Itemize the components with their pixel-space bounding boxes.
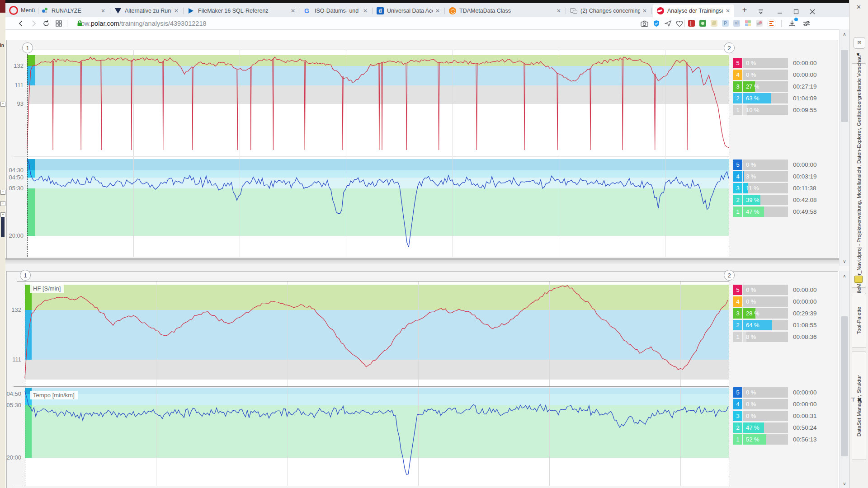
zone-bar-track: 3 % xyxy=(743,171,788,182)
tab-6[interactable]: TDAMetaData Class✕ xyxy=(445,5,565,17)
zone-percent-label: 27 % xyxy=(746,81,760,92)
tab-8[interactable]: Analyse der Trainingseinhe✕ xyxy=(653,5,734,17)
zone-number-badge: 4 xyxy=(733,296,742,307)
zone-number-badge: 1 xyxy=(733,105,742,115)
range-marker-start[interactable]: 1 xyxy=(20,270,31,281)
tab-close-icon[interactable]: ✕ xyxy=(435,8,440,14)
range-marker-start[interactable]: 1 xyxy=(22,42,33,53)
maximize-button[interactable] xyxy=(789,7,803,17)
tab-menu-chevron-icon[interactable] xyxy=(754,7,768,17)
zone-percent-label: 47 % xyxy=(746,206,760,217)
ide-close-icon[interactable]: ✕ xyxy=(856,4,861,10)
zone-bar-fill xyxy=(743,171,744,182)
zone-bar-track: 0 % xyxy=(743,285,788,295)
tab-title: ISO-Datums- und Zeitform xyxy=(315,8,360,14)
tab-7[interactable]: (2) Changes concerning the✕ xyxy=(566,5,651,17)
url-text[interactable]: flow.polar.com/training/analysis/4393012… xyxy=(78,20,207,27)
ide-vertical-tab-1[interactable]: FileMaker_Navi.dproj - Projektverwaltung… xyxy=(852,63,866,288)
tab-5[interactable]: dUniversal Data Access Com✕ xyxy=(373,5,444,17)
zone-bar-track: 39 % xyxy=(743,195,788,205)
tab-close-icon[interactable]: ✕ xyxy=(557,8,561,14)
ext-feather-icon[interactable] xyxy=(711,20,717,27)
browser-menu-button[interactable]: Menü xyxy=(9,5,35,16)
zone-row: 152 %00:56:13 xyxy=(733,434,837,445)
zone-time-label: 00:00:00 xyxy=(793,296,817,307)
zone-time-label: 00:00:00 xyxy=(793,70,817,80)
zone-number-badge: 3 xyxy=(733,81,742,92)
download-badge xyxy=(794,18,798,21)
zone-time-label: 01:04:09 xyxy=(793,93,817,103)
range-marker-end[interactable]: 2 xyxy=(724,270,735,281)
scroll-down-icon[interactable]: ∨ xyxy=(840,257,849,266)
tab-2[interactable]: Alternative zu Runtastic - F✕ xyxy=(110,5,183,17)
ext-blue-square-icon[interactable]: xl xyxy=(733,20,740,27)
tab-1[interactable]: RUNALYZE✕ xyxy=(37,5,109,17)
y-tick-label: 04:50 xyxy=(0,390,21,397)
menu-label: Menü xyxy=(21,7,35,14)
reload-icon[interactable] xyxy=(41,19,52,28)
tab-close-icon[interactable]: ✕ xyxy=(363,8,368,14)
tab-close-icon[interactable]: ✕ xyxy=(101,8,105,14)
panel-gap xyxy=(5,264,839,271)
y-tick-label: 111 xyxy=(0,82,24,89)
zone-number-badge: 5 xyxy=(733,387,742,398)
scroll-thumb[interactable] xyxy=(841,50,848,122)
screen: ++++in MenüRUNALYZE✕Alternative zu Runta… xyxy=(0,0,868,488)
ide-pin-icon[interactable]: ⊤ xyxy=(851,397,855,403)
selection-dashed-line xyxy=(25,281,25,486)
zone-row: 247 %00:50:24 xyxy=(733,422,837,433)
ext-eraser-icon[interactable] xyxy=(756,20,763,27)
zone-percent-label: 64 % xyxy=(746,320,760,330)
heart-icon[interactable] xyxy=(674,19,685,28)
panel-horizontal-scrollbar[interactable] xyxy=(5,258,839,264)
tab-4[interactable]: GISO-Datums- und Zeitform✕ xyxy=(300,5,372,17)
tree-expander-icon[interactable]: + xyxy=(0,201,5,206)
settings-sliders-icon[interactable] xyxy=(801,19,812,28)
zone-percent-label: 63 % xyxy=(746,93,760,103)
zone-row: 50 %00:00:00 xyxy=(733,160,837,170)
minimize-button[interactable] xyxy=(773,7,787,17)
new-tab-button[interactable]: + xyxy=(739,5,750,16)
tab-close-icon[interactable]: ✕ xyxy=(291,8,295,14)
tab-close-icon[interactable]: ✕ xyxy=(174,8,179,14)
scroll-down-icon[interactable]: ∨ xyxy=(840,479,849,488)
forward-icon[interactable] xyxy=(28,19,39,28)
ext-green-image-icon[interactable] xyxy=(699,20,706,27)
download-icon[interactable] xyxy=(787,19,797,28)
scroll-thumb[interactable] xyxy=(841,316,848,456)
back-icon[interactable] xyxy=(16,19,27,28)
speed-dial-icon[interactable] xyxy=(53,19,64,28)
shield-badge-icon[interactable] xyxy=(651,19,662,28)
tab-title: RUNALYZE xyxy=(52,8,98,14)
ide-vertical-tab-2[interactable]: Tool-Palette xyxy=(852,293,866,348)
zone-number-badge: 1 xyxy=(733,332,742,342)
scroll-up-icon[interactable]: ∧ xyxy=(840,271,849,280)
window-top-strip xyxy=(5,0,849,3)
scroll-up-icon[interactable]: ∧ xyxy=(840,29,849,38)
ide-dock-button[interactable]: ⊠ xyxy=(854,37,865,49)
ide-vertical-tab-3[interactable]: DataSet Manager, Struktur xyxy=(852,352,866,460)
ext-blue-p-icon[interactable]: P xyxy=(722,20,729,27)
ext-color-cube-icon[interactable] xyxy=(745,20,751,27)
tab-close-icon[interactable]: ✕ xyxy=(726,8,730,14)
y-tick-label: 20:00 xyxy=(0,232,24,239)
tab-close-icon[interactable]: ✕ xyxy=(642,8,647,14)
series-line-hr-time xyxy=(27,50,729,156)
zone-row: 264 %01:08:55 xyxy=(733,320,837,330)
scrollbar-bottom-panel[interactable]: ∧∨ xyxy=(839,271,849,488)
zone-time-label: 00:42:08 xyxy=(793,195,817,205)
zone-number-badge: 3 xyxy=(733,308,742,319)
range-marker-end[interactable]: 2 xyxy=(724,42,735,53)
zone-number-badge: 2 xyxy=(733,320,742,330)
zone-percent-label: 0 % xyxy=(746,160,756,170)
snapshot-camera-icon[interactable] xyxy=(639,19,650,28)
scrollbar-top-panel[interactable]: ∧∨ xyxy=(839,29,849,266)
ide-project-icon xyxy=(854,276,863,283)
ext-orange-dashes-icon[interactable] xyxy=(767,19,776,28)
ide-panel-close-icon[interactable]: ✖ xyxy=(857,397,862,403)
tab-3[interactable]: FileMaker 16 SQL-Referenz✕ xyxy=(184,5,299,17)
opera-logo-icon xyxy=(9,6,18,15)
close-button[interactable] xyxy=(806,7,819,17)
send-icon[interactable] xyxy=(663,19,674,28)
ext-red-book-icon[interactable] xyxy=(688,20,695,27)
